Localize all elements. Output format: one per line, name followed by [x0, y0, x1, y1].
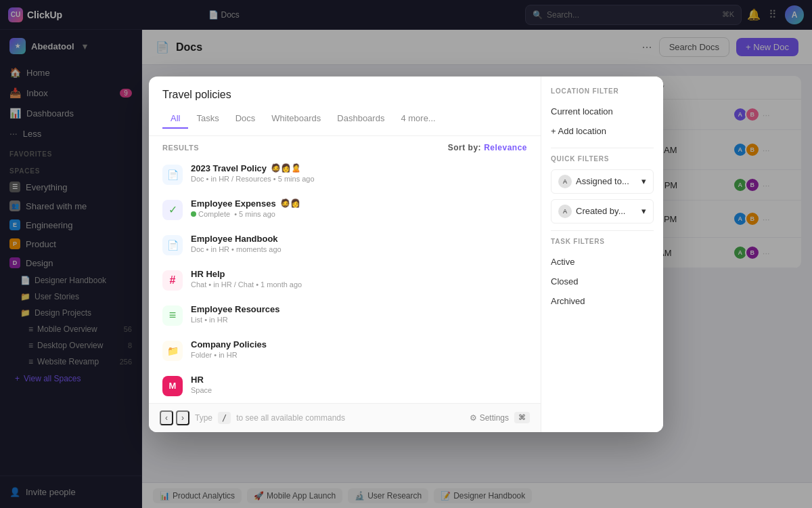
keyboard-shortcut: ⌘	[514, 412, 530, 423]
modal-bottom-bar: ‹ › Type / to see all available commands…	[149, 403, 541, 432]
current-location-label: Current location	[551, 106, 613, 117]
result-item-hr-help[interactable]: # HR Help Chat • in HR / Chat • 1 month …	[149, 262, 541, 297]
result-item-travel-policy[interactable]: 📄 2023 Travel Policy 🧔👩🙎 Doc • in HR / R…	[149, 156, 541, 192]
location-filter-label: LOCATION FILTER	[551, 87, 654, 95]
created-by-dropdown[interactable]: A Created by... ▾	[551, 199, 654, 224]
result-name: Employee Expenses 🧔👩	[191, 198, 527, 209]
modal-search-query[interactable]: Travel policies	[162, 89, 527, 101]
assigned-to-dropdown[interactable]: A Assigned to... ▾	[551, 169, 654, 194]
result-item-employee-resources[interactable]: ≡ Employee Resources List • in HR	[149, 297, 541, 333]
result-meta: Doc • in HR • moments ago	[191, 245, 527, 253]
nav-next-button[interactable]: ›	[176, 410, 189, 425]
result-meta: Folder • in HR	[191, 351, 527, 359]
result-info: Employee Handbook Doc • in HR • moments …	[191, 234, 527, 253]
assigned-to-label: Assigned to...	[576, 176, 629, 186]
result-item-company-policies[interactable]: 📁 Company Policies Folder • in HR	[149, 333, 541, 368]
modal-tabs: All Tasks Docs Whiteboards Dashboards 4 …	[162, 109, 527, 129]
quick-filters-label: QUICK FILTERS	[551, 155, 654, 163]
modal-overlay[interactable]: Travel policies All Tasks Docs Whiteboar…	[0, 0, 812, 508]
result-icon: 📁	[162, 341, 183, 361]
result-meta: Chat • in HR / Chat • 1 month ago	[191, 280, 527, 289]
settings-button[interactable]: ⚙ Settings	[470, 413, 509, 423]
result-emoji: 🧔👩	[280, 198, 300, 208]
sort-value: Relevance	[484, 143, 527, 152]
result-icon: 📄	[162, 165, 183, 185]
settings-label: Settings	[480, 413, 509, 423]
result-name: 2023 Travel Policy 🧔👩🙎	[191, 163, 527, 173]
result-item-hr-space[interactable]: M HR Space	[149, 368, 541, 403]
dropdown-left: A Assigned to...	[558, 175, 629, 188]
result-meta: List • in HR	[191, 316, 527, 324]
result-name: HR	[191, 375, 527, 385]
closed-label: Closed	[551, 276, 578, 287]
tab-tasks[interactable]: Tasks	[188, 109, 227, 129]
tab-all[interactable]: All	[162, 109, 188, 129]
result-info: HR Help Chat • in HR / Chat • 1 month ag…	[191, 269, 527, 289]
result-status: Complete	[191, 210, 230, 218]
modal-right-panel: LOCATION FILTER Current location + Add l…	[541, 77, 663, 432]
modal-left: Travel policies All Tasks Docs Whiteboar…	[149, 77, 541, 432]
result-meta: Doc • in HR / Resources • 5 mins ago	[191, 175, 527, 183]
result-info: Employee Resources List • in HR	[191, 304, 527, 324]
result-icon: 📄	[162, 235, 183, 255]
hint-text: to see all available commands	[236, 413, 345, 423]
result-icon: M	[162, 376, 183, 396]
result-emoji: 🧔👩🙎	[271, 163, 301, 173]
results-label: RESULTS	[162, 144, 199, 152]
tab-whiteboards[interactable]: Whiteboards	[263, 109, 329, 129]
result-meta: Complete • 5 mins ago	[191, 210, 527, 218]
tab-docs[interactable]: Docs	[227, 109, 264, 129]
modal-top: Travel policies All Tasks Docs Whiteboar…	[149, 77, 663, 432]
result-meta: Space	[191, 386, 527, 394]
section-divider	[551, 148, 654, 148]
add-location-label: + Add location	[551, 126, 606, 136]
result-info: Employee Expenses 🧔👩 Complete • 5 mins a…	[191, 198, 527, 218]
sort-by[interactable]: Sort by: Relevance	[448, 143, 527, 152]
type-label: Type	[195, 413, 212, 423]
result-item-employee-expenses[interactable]: ✓ Employee Expenses 🧔👩 Complete	[149, 192, 541, 227]
result-icon: #	[162, 270, 183, 291]
chevron-down-icon: ▾	[641, 206, 646, 216]
created-by-label: Created by...	[576, 206, 625, 216]
archived-label: Archived	[551, 296, 585, 306]
nav-prev-button[interactable]: ‹	[160, 410, 173, 425]
result-icon: ≡	[162, 305, 183, 326]
result-info: Company Policies Folder • in HR	[191, 339, 527, 359]
gear-icon: ⚙	[470, 413, 477, 423]
task-filters-label: TASK FILTERS	[551, 238, 654, 245]
task-filter-archived[interactable]: Archived	[551, 291, 654, 311]
result-icon: ✓	[162, 200, 183, 220]
current-location-filter[interactable]: Current location	[551, 102, 654, 121]
modal-search-area: Travel policies All Tasks Docs Whiteboar…	[149, 77, 541, 136]
search-modal: Travel policies All Tasks Docs Whiteboar…	[149, 77, 663, 432]
chevron-down-icon: ▾	[641, 176, 646, 186]
task-filter-closed[interactable]: Closed	[551, 272, 654, 291]
created-avatar: A	[558, 205, 572, 218]
modal-results: 📄 2023 Travel Policy 🧔👩🙎 Doc • in HR / R…	[149, 156, 541, 403]
assigned-avatar: A	[558, 175, 572, 188]
result-info: 2023 Travel Policy 🧔👩🙎 Doc • in HR / Res…	[191, 163, 527, 183]
add-location-filter[interactable]: + Add location	[551, 121, 654, 141]
result-name: HR Help	[191, 269, 527, 279]
nav-arrows: ‹ ›	[160, 410, 189, 425]
status-dot	[191, 211, 196, 217]
result-item-employee-handbook[interactable]: 📄 Employee Handbook Doc • in HR • moment…	[149, 227, 541, 262]
result-name: Employee Handbook	[191, 234, 527, 244]
slash-shortcut: /	[218, 412, 231, 424]
dropdown-left: A Created by...	[558, 205, 625, 218]
task-filter-active[interactable]: Active	[551, 252, 654, 272]
section-divider	[551, 230, 654, 231]
result-info: HR Space	[191, 375, 527, 394]
sort-label: Sort by:	[448, 143, 481, 152]
tab-dashboards[interactable]: Dashboards	[329, 109, 392, 129]
tab-more[interactable]: 4 more...	[392, 109, 443, 129]
result-name: Employee Resources	[191, 304, 527, 314]
result-name: Company Policies	[191, 339, 527, 350]
active-label: Active	[551, 257, 574, 267]
results-header: RESULTS Sort by: Relevance	[149, 136, 541, 156]
